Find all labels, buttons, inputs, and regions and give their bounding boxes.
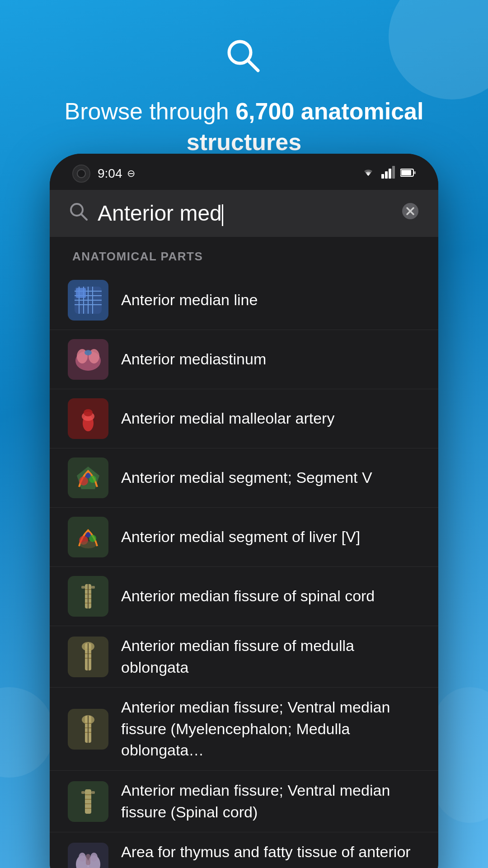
status-time: 9:04 ⊖ bbox=[98, 166, 135, 181]
result-thumbnail bbox=[68, 280, 108, 321]
svg-line-1 bbox=[248, 61, 258, 71]
header-title-normal: Browse through bbox=[65, 98, 236, 124]
phone-mockup: 9:04 ⊖ bbox=[50, 154, 438, 868]
result-thumbnail bbox=[68, 843, 108, 868]
svg-rect-3 bbox=[385, 171, 388, 179]
search-input[interactable]: Anterior med bbox=[98, 201, 391, 226]
svg-rect-7 bbox=[401, 170, 411, 175]
svg-rect-43 bbox=[81, 586, 85, 589]
status-dollar-icon: ⊖ bbox=[127, 168, 135, 179]
result-item[interactable]: Anterior medial segment; Segment V bbox=[50, 448, 438, 508]
result-item[interactable]: Anterior median fissure; Ventral median … bbox=[50, 688, 438, 771]
svg-point-37 bbox=[80, 541, 96, 548]
result-thumbnail bbox=[68, 458, 108, 498]
result-item[interactable]: Anterior median fissure; Ventral median … bbox=[50, 771, 438, 832]
svg-line-10 bbox=[81, 214, 87, 220]
result-thumbnail bbox=[68, 398, 108, 439]
svg-point-68 bbox=[90, 853, 98, 862]
result-thumbnail bbox=[68, 339, 108, 380]
phone-camera bbox=[72, 165, 90, 183]
svg-rect-64 bbox=[91, 791, 95, 794]
result-item[interactable]: Anterior medial segment of liver [V] bbox=[50, 508, 438, 567]
bg-decoration-bottom-left bbox=[0, 687, 54, 778]
battery-icon bbox=[400, 167, 416, 180]
bg-decoration-bottom-right bbox=[434, 687, 488, 823]
clock-time: 9:04 bbox=[98, 166, 122, 181]
svg-point-36 bbox=[85, 532, 91, 538]
result-thumbnail bbox=[68, 576, 108, 617]
svg-rect-63 bbox=[81, 791, 85, 794]
signal-icon bbox=[381, 166, 395, 181]
svg-rect-58 bbox=[85, 789, 91, 814]
text-cursor bbox=[222, 204, 223, 226]
status-bar: 9:04 ⊖ bbox=[50, 154, 438, 190]
result-name: Anterior medial malleolar artery bbox=[121, 408, 420, 429]
status-icons bbox=[361, 166, 416, 181]
result-thumbnail bbox=[68, 517, 108, 557]
wifi-icon bbox=[361, 166, 376, 181]
header-search-icon bbox=[0, 36, 488, 83]
search-bar[interactable]: Anterior med bbox=[50, 190, 438, 237]
result-item[interactable]: Anterior median fissure of spinal cord bbox=[50, 567, 438, 626]
svg-point-67 bbox=[79, 853, 86, 862]
svg-rect-4 bbox=[389, 169, 391, 179]
result-name: Anterior median fissure; Ventral median … bbox=[121, 697, 420, 761]
svg-rect-2 bbox=[381, 174, 384, 179]
search-icon bbox=[68, 201, 89, 226]
svg-rect-69 bbox=[86, 854, 90, 865]
section-label: ANATOMICAL PARTS bbox=[50, 237, 438, 271]
header-title: Browse through 6,700 anatomical structur… bbox=[0, 96, 488, 157]
result-name: Area for thymus and fatty tissue of ante… bbox=[121, 841, 420, 868]
result-item[interactable]: Anterior mediastinum bbox=[50, 330, 438, 389]
svg-point-33 bbox=[85, 473, 91, 478]
result-name: Anterior medial segment of liver [V] bbox=[121, 526, 420, 548]
clear-search-button[interactable] bbox=[400, 201, 420, 226]
result-name: Anterior medial segment; Segment V bbox=[121, 467, 420, 489]
result-item[interactable]: Anterior median fissure of medulla oblon… bbox=[50, 626, 438, 688]
result-name: Anterior median fissure; Ventral median … bbox=[121, 780, 420, 823]
results-list: Anterior median line Anterior mediastinu… bbox=[50, 271, 438, 868]
svg-rect-44 bbox=[91, 586, 95, 589]
svg-rect-8 bbox=[414, 171, 416, 174]
result-name: Anterior mediastinum bbox=[121, 349, 420, 370]
svg-rect-23 bbox=[76, 288, 86, 298]
result-item[interactable]: Anterior medial malleolar artery bbox=[50, 389, 438, 448]
svg-rect-5 bbox=[392, 166, 395, 179]
results-container: ANATOMICAL PARTS Anterior median line An… bbox=[50, 237, 438, 868]
result-name: Anterior median fissure of spinal cord bbox=[121, 585, 420, 607]
result-item[interactable]: Area for thymus and fatty tissue of ante… bbox=[50, 832, 438, 868]
search-value: Anterior med bbox=[98, 201, 222, 225]
result-name: Anterior median fissure of medulla oblon… bbox=[121, 635, 420, 678]
result-thumbnail bbox=[68, 637, 108, 677]
result-item[interactable]: Anterior median line bbox=[50, 271, 438, 330]
svg-point-30 bbox=[84, 409, 93, 416]
result-thumbnail bbox=[68, 709, 108, 750]
svg-point-27 bbox=[84, 350, 92, 355]
result-thumbnail bbox=[68, 781, 108, 822]
result-name: Anterior median line bbox=[121, 289, 420, 311]
